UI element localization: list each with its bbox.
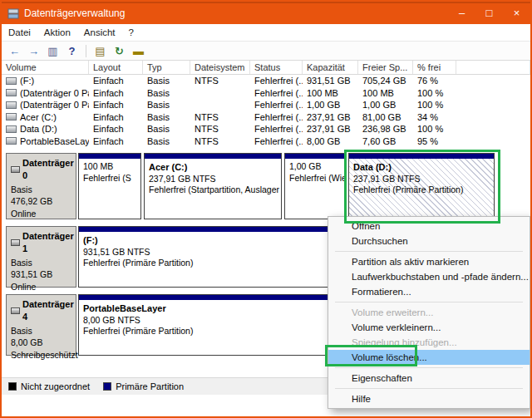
partition-title: Acer (C:) [149,161,278,174]
back-icon[interactable]: ← [6,43,23,59]
cell-typ: Basis [143,111,190,124]
partition-size: 100 MB [83,161,137,173]
minimize-button[interactable]: – [448,2,475,24]
cell-kapazitaet: 100 MB [303,87,358,100]
menu-item-laufwerkbuchstaben-und-pfade-andern[interactable]: Laufwerkbuchstaben und -pfade ändern... [328,269,530,284]
cell-status: Fehlerfrei (... [250,123,303,135]
disk-header[interactable]: Datenträger 0Basis476,92 GBOnline [6,153,76,219]
partition-1-00-gb[interactable]: 1,00 GBFehlerfrei (Wieder [284,153,346,219]
cell-layout: Einfach [89,87,143,100]
refresh-icon[interactable]: ↻ [111,43,128,59]
cell-prozent_frei: 76 % [413,75,456,87]
column-header-kapazitat[interactable]: Kapazität [303,61,358,74]
menu-datei[interactable]: Datei [2,24,37,41]
partition-info: 1,00 GBFehlerfrei (Wieder [285,159,345,184]
cell-freier_sp: 1,00 GB [358,99,413,111]
disk-name: Datenträger 4 [11,298,71,324]
cell-prozent_frei: 100 % [413,123,456,135]
column-header-typ[interactable]: Typ [143,61,190,74]
cell-layout: Einfach [89,75,143,87]
table-row[interactable]: (Datenträger 0 Par...EinfachBasisFehlerf… [2,99,530,111]
cell-freier_sp: 236,98 GB [358,123,413,135]
cell-kapazitaet: 237,91 GB [303,111,358,124]
menu-item-partition-als-aktiv-markieren[interactable]: Partition als aktiv markieren [328,254,530,269]
cell-status: Fehlerfrei (... [250,75,303,87]
table-row[interactable]: Data (D:)EinfachBasisNTFSFehlerfrei (...… [2,123,530,135]
table-row[interactable]: PortableBaseLayerEinfachBasisNTFSFehlerf… [2,135,530,148]
disk-header[interactable]: Datenträger 1Basis931,51 GBOnline [6,226,76,288]
forward-icon[interactable]: → [25,43,42,59]
app-icon [7,7,19,19]
volume-name: (F:) [20,76,34,86]
table-row[interactable]: Acer (C:)EinfachBasisNTFSFehlerfrei (...… [2,111,530,124]
partition-acer-c[interactable]: Acer (C:)237,91 GB NTFSFehlerfrei (Start… [144,153,282,219]
volume-list: VolumeLayoutTypDateisystemStatusKapazitä… [2,61,530,148]
cell-layout: Einfach [89,99,143,111]
cell-volume: Data (D:) [2,123,89,135]
menu-separator [335,367,523,368]
menu-item-offnen[interactable]: Öffnen [328,219,530,234]
partition-info: Data (D:)237,91 GB NTFSFehlerfrei (Primä… [349,159,494,196]
cell-dateisystem [190,87,250,100]
menu-item-volume-loschen[interactable]: Volume löschen... [328,350,530,365]
cell-freier_sp: 7,60 GB [358,135,413,148]
cell-freier_sp: 100 MB [358,87,413,100]
column-header-status[interactable]: Status [250,61,303,74]
cell-dateisystem: NTFS [190,135,250,148]
disk-name: Datenträger 1 [11,230,71,256]
column-header-layout[interactable]: Layout [89,61,143,74]
column-header-volume[interactable]: Volume [2,61,89,74]
menu-item-volume-verkleinern[interactable]: Volume verkleinern... [328,320,530,335]
disk-icon [11,166,20,173]
volume-table-header: VolumeLayoutTypDateisystemStatusKapazitä… [2,61,530,75]
disk-icon [11,239,20,246]
cell-status: Fehlerfrei (... [250,87,303,100]
cell-layout: Einfach [89,123,143,135]
menu-aktion[interactable]: Aktion [37,24,77,41]
legend-item-nicht-zugeordnet: Nicht zugeordnet [8,381,90,391]
menu-item-durchsuchen[interactable]: Durchsuchen [328,234,530,248]
menu-item-eigenschaften[interactable]: Eigenschaften [328,371,530,386]
disk-management-window: Datenträgerverwaltung – □ × DateiAktionA… [0,0,532,418]
cell-freier_sp: 81,00 GB [358,111,413,124]
help-icon[interactable]: ? [63,43,81,59]
cell-filler [456,111,530,124]
menu-hilfe[interactable]: ? [122,24,140,41]
cell-filler [456,123,530,135]
table-row[interactable]: (F:)EinfachBasisNTFSFehlerfrei (...931,5… [2,75,530,87]
disk-icon[interactable]: ▬ [130,43,147,59]
legend-color-swatch [103,382,111,391]
close-button[interactable]: × [503,2,530,24]
cell-prozent_frei: 95 % [413,135,456,148]
context-menu: ÖffnenDurchsuchenPartition als aktiv mar… [328,216,530,409]
column-header-frei[interactable]: % frei [413,61,456,74]
disk-header[interactable]: Datenträger 4Basis8,00 GBSchreibgeschütz… [6,294,76,356]
menu-item-formatieren[interactable]: Formatieren... [328,284,530,299]
menu-item-spiegelung-hinzufugen: Spiegelung hinzufügen... [328,335,530,350]
cell-kapazitaet: 8,00 GB [303,135,358,148]
menu-bar: DateiAktionAnsicht? [2,24,530,42]
cell-volume: PortableBaseLayer [2,135,89,148]
cell-kapazitaet: 931,51 GB [303,75,358,87]
disk-name-text: Datenträger 4 [22,298,74,324]
cell-dateisystem: NTFS [190,123,250,135]
menu-ansicht[interactable]: Ansicht [77,24,122,41]
menu-item-hilfe[interactable]: Hilfe [328,391,530,406]
console-tree-icon[interactable]: ▥ [44,43,62,59]
disk-status: Schreibgeschützt [11,349,71,361]
partition-100-mb[interactable]: 100 MBFehlerfrei (S [78,153,141,219]
volume-icon [6,101,17,109]
volume-icon [6,113,17,120]
maximize-button[interactable]: □ [475,2,503,24]
volume-icon [6,137,17,145]
properties-icon[interactable]: ▤ [91,43,109,59]
partition-data-d[interactable]: Data (D:)237,91 GB NTFSFehlerfrei (Primä… [348,153,495,219]
cell-typ: Basis [143,87,190,100]
column-header-dateisystem[interactable]: Dateisystem [190,61,250,74]
partition-status: Fehlerfrei (S [83,173,137,184]
cell-dateisystem: NTFS [190,75,250,87]
disk-name-text: Datenträger 1 [22,230,74,256]
cell-layout: Einfach [89,111,143,124]
table-row[interactable]: (Datenträger 0 Par...EinfachBasisFehlerf… [2,87,530,100]
column-header-freier-sp[interactable]: Freier Sp... [358,61,413,74]
